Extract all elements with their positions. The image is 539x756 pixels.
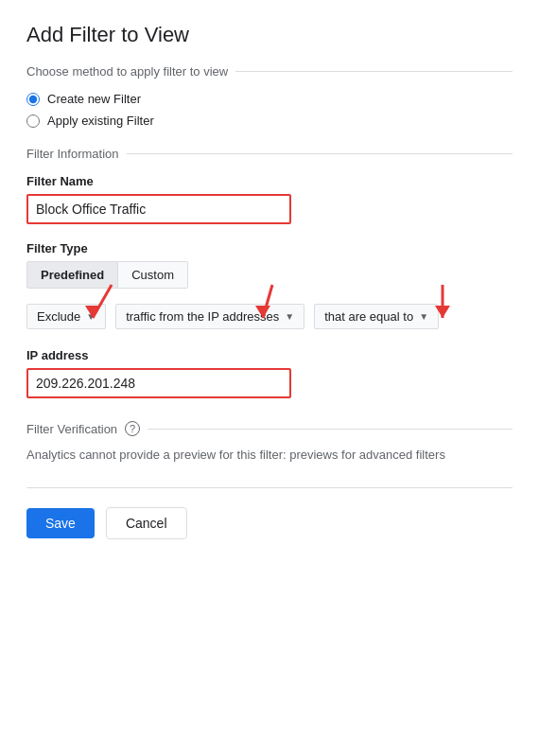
filter-type-tabs: Predefined Custom	[26, 261, 513, 289]
traffic-dropdown[interactable]: traffic from the IP addresses ▼	[115, 304, 304, 329]
filter-information-label: Filter Information	[26, 147, 513, 161]
filter-name-group: Filter Name	[26, 174, 513, 224]
method-section-label: Choose method to apply filter to view	[26, 64, 513, 79]
tab-predefined[interactable]: Predefined	[26, 261, 118, 289]
condition-dropdown[interactable]: that are equal to ▼	[314, 304, 439, 329]
ip-address-label: IP address	[26, 348, 513, 362]
filter-type-section: Filter Type Predefined Custom	[26, 241, 513, 329]
traffic-arrow-icon: ▼	[285, 311, 294, 322]
filter-name-input[interactable]	[26, 194, 291, 224]
filter-dropdowns: Exclude ▼ traffic from the IP addresses …	[26, 304, 513, 329]
radio-create-new[interactable]: Create new Filter	[26, 92, 513, 106]
condition-dropdown-wrapper: that are equal to ▼	[314, 304, 439, 329]
condition-label: that are equal to	[324, 309, 413, 324]
verification-description: Analytics cannot provide a preview for t…	[26, 446, 513, 465]
method-section: Choose method to apply filter to view Cr…	[26, 64, 513, 128]
filter-type-label: Filter Type	[26, 241, 513, 255]
exclude-arrow-icon: ▼	[86, 311, 96, 322]
save-button[interactable]: Save	[26, 508, 95, 538]
filter-verification-section: Filter Verification ? Analytics cannot p…	[26, 421, 513, 465]
exclude-label: Exclude	[37, 309, 80, 324]
radio-create-new-input[interactable]	[26, 93, 40, 106]
ip-address-input[interactable]	[26, 368, 291, 398]
condition-arrow-icon: ▼	[419, 311, 428, 322]
radio-apply-existing[interactable]: Apply existing Filter	[26, 114, 513, 128]
ip-address-section: IP address	[26, 348, 513, 398]
radio-apply-existing-label: Apply existing Filter	[47, 114, 154, 128]
cancel-button[interactable]: Cancel	[106, 507, 187, 539]
page-title: Add Filter to View	[26, 23, 513, 47]
radio-create-new-label: Create new Filter	[47, 92, 141, 106]
exclude-dropdown[interactable]: Exclude ▼	[26, 304, 106, 329]
traffic-label: traffic from the IP addresses	[126, 309, 279, 324]
filter-verification-text: Filter Verification	[26, 422, 117, 436]
help-icon[interactable]: ?	[125, 421, 140, 436]
filter-name-label: Filter Name	[26, 174, 513, 188]
divider	[26, 487, 513, 488]
action-buttons: Save Cancel	[26, 507, 513, 539]
filter-verification-label: Filter Verification ?	[26, 421, 513, 436]
traffic-dropdown-wrapper: traffic from the IP addresses ▼	[115, 304, 304, 329]
filter-information-section: Filter Information Filter Name Filter Ty…	[26, 147, 513, 398]
radio-apply-existing-input[interactable]	[26, 114, 40, 128]
exclude-dropdown-wrapper: Exclude ▼	[26, 304, 106, 329]
tab-custom[interactable]: Custom	[118, 261, 188, 289]
